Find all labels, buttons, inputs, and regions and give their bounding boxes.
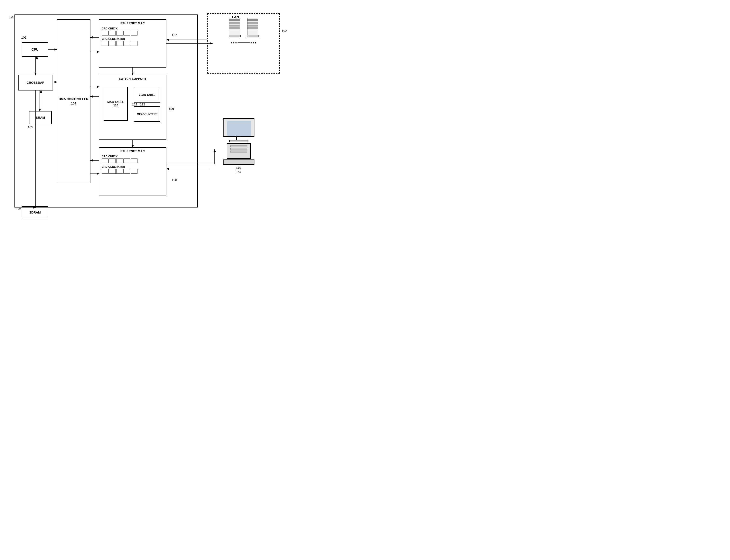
diagram: 100 DMA CONTROLLER 104 ETHERNET MAC CRC … [0, 0, 290, 222]
ref-100-label: 100 [9, 15, 14, 19]
sdram-box: SDRAM [22, 206, 48, 218]
crc-gen-top-cells [102, 41, 164, 46]
crc-gen-bot-cells [102, 169, 164, 174]
mac-table-box: MAC TABLE 110 [104, 87, 128, 121]
sdram-label: SDRAM [29, 211, 41, 214]
monitor [223, 118, 255, 137]
sram-label: SRAM [36, 116, 45, 119]
switch-support-title: SWITCH SUPPORT [99, 75, 166, 82]
mib-counters-label: MIB COUNTERS [137, 113, 158, 116]
ref-112-label: 112 [140, 103, 145, 106]
ethernet-mac-top-box: ETHERNET MAC CRC CHECK CRC GENERATOR [99, 19, 166, 68]
cpu-box: CPU [22, 42, 48, 57]
eth-mac-top-title: ETHERNET MAC [99, 20, 166, 26]
mac-table-label: MAC TABLE 110 [107, 100, 124, 107]
server-1 [228, 18, 241, 40]
server-2 [246, 18, 259, 40]
cpu-label: CPU [31, 48, 39, 51]
dma-title: DMA CONTROLLER [59, 97, 88, 101]
dma-controller-box: DMA CONTROLLER 104 [57, 19, 90, 183]
crc-gen-bot-label: CRC GENERATOR [102, 165, 164, 168]
pc-unit [227, 143, 251, 159]
sram-box: SRAM [29, 111, 52, 124]
crc-check-bot-cells [102, 159, 164, 163]
pc-label: 103 [236, 166, 242, 170]
ref-101-label: 101 [21, 36, 27, 39]
keyboard [223, 159, 255, 165]
vlan-table-label: VLAN TABLE [139, 93, 156, 96]
crc-check-bot-label: CRC CHECK [102, 155, 164, 158]
pc-area: 103 PC [215, 118, 263, 174]
crc-check-top-label: CRC CHECK [102, 27, 164, 30]
dma-ref: 104 [71, 102, 76, 105]
crc-check-top-cells [102, 31, 164, 35]
mib-counters-box: MIB COUNTERS [134, 106, 160, 122]
ref-111-label: 111 [132, 103, 138, 106]
ethernet-mac-bottom-box: ETHERNET MAC CRC CHECK CRC GENERATOR [99, 147, 166, 195]
ref-106-label: 106 [16, 207, 21, 211]
lan-servers [212, 18, 275, 62]
crc-gen-top-label: CRC GENERATOR [102, 37, 164, 40]
crossbar-label: CROSSBAR [27, 81, 44, 84]
eth-mac-bot-title: ETHERNET MAC [99, 148, 166, 154]
ref-102-label: 102 [282, 29, 287, 33]
pc-text-label: PC [237, 170, 241, 174]
ref-109-label: 109 [169, 107, 174, 111]
crossbar-box: CROSSBAR [18, 75, 53, 90]
ref-105-label: 105 [28, 125, 33, 129]
vlan-table-box: VLAN TABLE [134, 87, 160, 103]
